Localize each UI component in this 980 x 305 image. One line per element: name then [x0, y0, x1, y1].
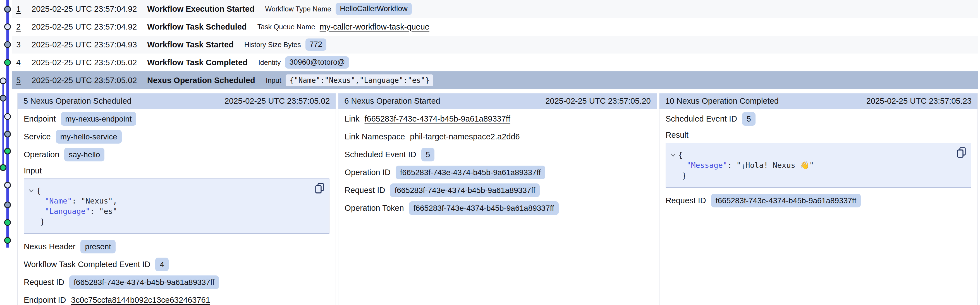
json-viewer: {"Message": "¡Hola! Nexus 👋"} — [666, 143, 971, 188]
panel-field-label: Input — [24, 166, 42, 175]
panel-field: Linkf665283f-743e-4374-b45b-9a61a89337ff — [345, 110, 650, 128]
panel-field: Request IDf665283f-743e-4374-b45b-9a61a8… — [345, 181, 650, 199]
panel-field-value-badge: my-nexus-endpoint — [61, 112, 136, 126]
panel-field-label: Link Namespace — [345, 132, 405, 141]
event-timestamp: 2025-02-25 UTC 23:57:05.02 — [32, 58, 147, 67]
panel-field-value-badge: f665283f-743e-4374-b45b-9a61a89337ff — [69, 275, 219, 289]
event-row[interactable]: 52025-02-25 UTC 23:57:05.02Nexus Operati… — [12, 71, 978, 89]
event-name: Workflow Execution Started — [147, 5, 255, 14]
event-id-link[interactable]: 2 — [16, 22, 32, 32]
panel-field: Input{"Name": "Nexus","Language": "es"} — [24, 163, 329, 234]
json-key: "Language" — [45, 207, 90, 215]
copy-icon[interactable] — [956, 147, 967, 158]
panel-field-value-badge: f665283f-743e-4374-b45b-9a61a89337ff — [396, 166, 545, 179]
panel-field-label: Request ID — [666, 196, 706, 205]
panel-field-value-badge: f665283f-743e-4374-b45b-9a61a89337ff — [390, 183, 540, 197]
panel-field-value-badge: my-hello-service — [56, 130, 122, 144]
json-close-brace: } — [28, 217, 310, 227]
panel-field-value-link[interactable]: 3c0c75ccfa8144b092c13ce632463761 — [71, 296, 210, 305]
panel-field-label: Request ID — [24, 278, 64, 287]
panel-title: 6 Nexus Operation Started — [344, 96, 440, 106]
panel-field-value-badge: 4 — [155, 258, 169, 271]
event-attribute-label: Workflow Type Name — [265, 5, 331, 13]
event-attribute-value-badge: 772 — [305, 38, 326, 51]
panel-field-label: Request ID — [345, 186, 385, 195]
json-key: "Name" — [45, 196, 72, 205]
event-detail-panel: 5 Nexus Operation Scheduled2025-02-25 UT… — [18, 93, 336, 305]
event-timestamp: 2025-02-25 UTC 23:57:04.93 — [32, 40, 147, 49]
timeline-event-node-neutral[interactable] — [5, 202, 11, 208]
timeline-event-node-neutral[interactable] — [5, 6, 11, 12]
timeline-event-node-completed[interactable] — [5, 237, 11, 243]
panel-field-value-badge: 5 — [421, 148, 435, 161]
event-name: Workflow Task Completed — [147, 58, 248, 67]
timeline-event-node-completed[interactable] — [5, 60, 11, 65]
panel-field-label: Link — [345, 114, 360, 123]
panel-field-label: Scheduled Event ID — [666, 114, 737, 123]
event-name: Nexus Operation Scheduled — [147, 76, 255, 85]
panel-field: Result{"Message": "¡Hola! Nexus 👋"} — [666, 128, 971, 188]
timeline-event-node-neutral[interactable] — [0, 95, 6, 101]
panel-field: Operation Tokenf665283f-743e-4374-b45b-9… — [345, 199, 650, 217]
timeline-event-node-neutral[interactable] — [5, 131, 11, 137]
timeline-event-node-completed[interactable] — [0, 165, 6, 171]
panel-field: Link Namespacephil-target-namespace2.a2d… — [345, 128, 650, 145]
timeline-event-node-pending[interactable] — [5, 114, 11, 120]
event-row[interactable]: 32025-02-25 UTC 23:57:04.93Workflow Task… — [12, 36, 978, 54]
event-attribute-label: Task Queue Name — [258, 23, 315, 31]
event-id-link[interactable]: 3 — [16, 40, 32, 49]
event-attribute-label: Input — [266, 76, 282, 84]
timeline-event-node-neutral[interactable] — [5, 42, 11, 48]
event-id-link[interactable]: 5 — [16, 76, 32, 85]
panel-title: 10 Nexus Operation Completed — [665, 96, 779, 106]
panel-field-value-badge: 5 — [742, 112, 756, 126]
event-detail-panel: 10 Nexus Operation Completed2025-02-25 U… — [659, 93, 978, 305]
panel-timestamp: 2025-02-25 UTC 23:57:05.02 — [224, 96, 330, 106]
chevron-down-icon[interactable] — [670, 152, 676, 158]
panel-field: Endpoint ID3c0c75ccfa8144b092c13ce632463… — [24, 291, 329, 305]
json-viewer: {"Name": "Nexus","Language": "es"} — [24, 179, 329, 234]
panel-header: 6 Nexus Operation Started2025-02-25 UTC … — [338, 93, 656, 109]
timeline-event-node-completed[interactable] — [5, 148, 11, 154]
event-attribute-value-link[interactable]: my-caller-workflow-task-queue — [320, 22, 430, 32]
panel-field: Endpointmy-nexus-endpoint — [24, 110, 329, 128]
copy-icon[interactable] — [315, 183, 325, 194]
chevron-down-icon[interactable] — [28, 188, 35, 193]
timeline-event-node-pending[interactable] — [0, 78, 6, 84]
panel-field-label: Operation — [24, 150, 59, 159]
event-timestamp: 2025-02-25 UTC 23:57:04.92 — [32, 5, 147, 14]
panel-field-label-row: Input — [24, 163, 329, 178]
panel-field-label: Result — [666, 131, 689, 140]
json-open-brace: { — [28, 185, 310, 196]
json-close-brace: } — [670, 170, 951, 181]
json-entry-line: "Message": "¡Hola! Nexus 👋" — [670, 160, 951, 170]
event-name: Workflow Task Started — [147, 40, 234, 49]
workflow-event-history-view: 12025-02-25 UTC 23:57:04.92Workflow Exec… — [0, 0, 980, 305]
json-entry-line: "Name": "Nexus", — [28, 196, 310, 206]
panel-field: Nexus Headerpresent — [24, 237, 329, 255]
panel-field-value-link[interactable]: phil-target-namespace2.a2dd6 — [410, 132, 520, 141]
event-timestamp: 2025-02-25 UTC 23:57:04.92 — [32, 22, 147, 32]
panel-field: Scheduled Event ID5 — [345, 145, 650, 163]
panel-field-value-badge: f665283f-743e-4374-b45b-9a61a89337ff — [409, 201, 559, 215]
panel-field: Operation IDf665283f-743e-4374-b45b-9a61… — [345, 163, 650, 181]
event-row[interactable]: 42025-02-25 UTC 23:57:05.02Workflow Task… — [12, 54, 978, 71]
panel-body: Scheduled Event ID5Result{"Message": "¡H… — [659, 109, 977, 209]
panel-field-label: Endpoint — [24, 114, 56, 123]
panel-field-label-row: Result — [666, 128, 971, 142]
panel-field-value-badge: say-hello — [64, 148, 104, 161]
event-row[interactable]: 22025-02-25 UTC 23:57:04.92Workflow Task… — [12, 18, 978, 36]
timeline-event-node-completed[interactable] — [5, 220, 11, 226]
event-id-link[interactable]: 1 — [16, 5, 32, 14]
panel-field-value-link[interactable]: f665283f-743e-4374-b45b-9a61a89337ff — [364, 114, 511, 123]
event-row[interactable]: 12025-02-25 UTC 23:57:04.92Workflow Exec… — [12, 0, 978, 18]
panel-field-label: Nexus Header — [24, 242, 75, 251]
panel-field: Workflow Task Completed Event ID4 — [24, 255, 329, 273]
panel-field-label: Scheduled Event ID — [345, 150, 416, 159]
timeline-event-node-pending[interactable] — [5, 182, 11, 188]
event-attribute-value-code-badge: {"Name":"Nexus","Language":"es"} — [286, 74, 433, 86]
event-attribute-label: Identity — [258, 58, 281, 66]
timeline-event-node-pending[interactable] — [5, 24, 11, 30]
event-attribute-label: History Size Bytes — [244, 41, 301, 49]
event-id-link[interactable]: 4 — [16, 58, 32, 67]
